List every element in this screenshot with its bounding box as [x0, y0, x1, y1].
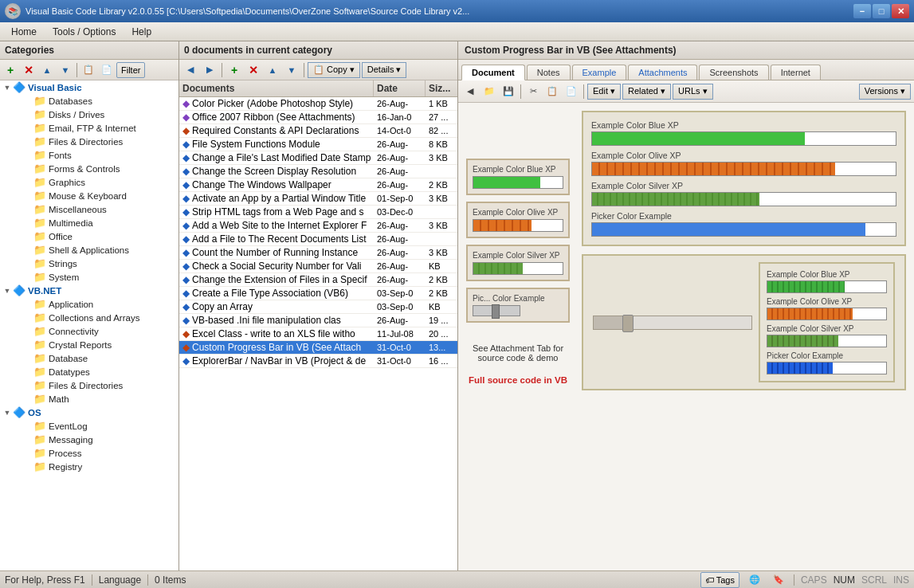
tree-item-math[interactable]: 📁 Math	[11, 392, 178, 406]
close-button[interactable]: ✕	[892, 4, 909, 18]
doc-row[interactable]: ◆ Required Constants & API Declarations …	[179, 124, 457, 138]
minimize-button[interactable]: −	[853, 4, 871, 18]
delete-category-button[interactable]: ✕	[20, 62, 37, 78]
doc-forward-button[interactable]: ▶	[201, 62, 218, 78]
copy-button[interactable]: 📋	[80, 62, 97, 78]
tree-root-vbnet[interactable]: ▼ 🔷 VB.NET	[0, 284, 178, 297]
tree-item-database[interactable]: 📁 Database	[11, 351, 178, 365]
tree-item-process[interactable]: 📁 Process	[11, 446, 178, 460]
doc-row[interactable]: ◆ Excel Class - write to an XLS file wit…	[179, 327, 457, 341]
doc-row[interactable]: ◆ Change a File's Last Modified Date Sta…	[179, 151, 457, 165]
menu-tools[interactable]: Tools / Options	[45, 25, 124, 39]
details-drop-button[interactable]: Details ▾	[362, 62, 407, 78]
tree-item-misc[interactable]: 📁 Miscellaneous	[11, 202, 178, 216]
tags-button[interactable]: 🏷 Tags	[700, 572, 739, 588]
restore-button[interactable]: □	[873, 4, 890, 18]
status-globe-button[interactable]: 🌐	[746, 572, 763, 588]
doc-row-date: 31-Oct-0	[374, 342, 426, 353]
doc-add-button[interactable]: +	[226, 62, 243, 78]
tree-item-files[interactable]: 📁 Files & Directories	[11, 135, 178, 148]
expander-vb[interactable]: ▼	[2, 82, 13, 93]
down-button[interactable]: ▼	[57, 62, 74, 78]
folder-collections-icon: 📁	[33, 312, 46, 323]
doc-row[interactable]: ◆ File System Functions Module 26-Aug- 8…	[179, 138, 457, 151]
doc-row[interactable]: ◆ Strip HTML tags from a Web Page and s …	[179, 206, 457, 219]
tree-item-crystal[interactable]: 📁 Crystal Reports	[11, 338, 178, 351]
doc-delete-button[interactable]: ✕	[245, 62, 262, 78]
urls-drop-button[interactable]: URLs ▾	[673, 84, 713, 100]
tree-item-multimedia[interactable]: 📁 Multimedia	[11, 216, 178, 229]
edit-drop-button[interactable]: Edit ▾	[587, 84, 621, 100]
tree-item-office[interactable]: 📁 Office	[11, 229, 178, 243]
rt-paste-button[interactable]: 📄	[563, 84, 580, 100]
doc-down-button[interactable]: ▼	[283, 62, 300, 78]
doc-row[interactable]: ◆ Color Picker (Adobe Photoshop Style) 2…	[179, 97, 457, 111]
related-drop-button[interactable]: Related ▾	[622, 84, 671, 100]
tree-item-email[interactable]: 📁 Email, FTP & Internet	[11, 121, 178, 135]
versions-drop-button[interactable]: Versions ▾	[859, 84, 911, 100]
tab-example[interactable]: Example	[572, 65, 627, 80]
expander-vbnet[interactable]: ▼	[2, 285, 13, 296]
tree-item-application[interactable]: 📁 Application	[11, 297, 178, 311]
tree-item-eventlog[interactable]: 📁 EventLog	[11, 419, 178, 433]
doc-back-button[interactable]: ◀	[182, 62, 199, 78]
filter-button[interactable]: Filter	[116, 62, 145, 78]
rt-copy-button[interactable]: 📋	[543, 84, 561, 100]
doc-up-button[interactable]: ▲	[264, 62, 281, 78]
tree-item-connectivity[interactable]: 📁 Connectivity	[11, 324, 178, 338]
rt-save-button[interactable]: 💾	[500, 84, 517, 100]
tree-item-files-net[interactable]: 📁 Files & Directories	[11, 378, 178, 392]
expander-os[interactable]: ▼	[2, 407, 13, 418]
tab-internet[interactable]: Internet	[771, 65, 821, 80]
doc-row-icon: ◆	[182, 125, 190, 136]
doc-row[interactable]: ◆ Check a Social Security Number for Val…	[179, 260, 457, 273]
right-panel-header: Custom Progress Bar in VB (See Attachmen…	[458, 41, 914, 60]
doc-row[interactable]: ◆ Change the Screen Display Resolution 2…	[179, 165, 457, 178]
doc-row[interactable]: ◆ Count the Number of Running Instance 2…	[179, 246, 457, 260]
doc-row[interactable]: ◆ Create a File Type Association (VB6) 0…	[179, 287, 457, 300]
tab-screenshots[interactable]: Screenshots	[699, 65, 768, 80]
tree-root-vb[interactable]: ▼ 🔷 Visual Basic	[0, 80, 178, 94]
tree-item-graphics[interactable]: 📁 Graphics	[11, 175, 178, 189]
tree-item-collections[interactable]: 📁 Collections and Arrays	[11, 311, 178, 324]
doc-row[interactable]: ◆ Change the Extension of Files in a Spe…	[179, 273, 457, 287]
doc-rows-container: ◆ Color Picker (Adobe Photoshop Style) 2…	[179, 97, 457, 368]
menu-help[interactable]: Help	[124, 25, 159, 39]
up-button[interactable]: ▲	[38, 62, 56, 78]
tab-attachments[interactable]: Attachments	[628, 65, 697, 80]
tree-item-registry[interactable]: 📁 Registry	[11, 460, 178, 473]
status-bookmark-button[interactable]: 🔖	[770, 572, 787, 588]
rt-folder-button[interactable]: 📁	[481, 84, 498, 100]
tree-item-messaging[interactable]: 📁 Messaging	[11, 433, 178, 446]
doc-row[interactable]: ◆ Add a File to The Recent Documents Lis…	[179, 233, 457, 246]
doc-row[interactable]: ◆ VB-based .Ini file manipulation clas 2…	[179, 314, 457, 327]
tree-item-strings[interactable]: 📁 Strings	[11, 257, 178, 270]
rt-back-button[interactable]: ◀	[461, 84, 479, 100]
doc-row[interactable]: ◆ Copy an Array 03-Sep-0 KB	[179, 300, 457, 314]
tree-item-system[interactable]: 📁 System	[11, 270, 178, 284]
doc-row-name: ◆ Add a File to The Recent Documents Lis…	[179, 233, 374, 245]
tab-notes[interactable]: Notes	[527, 65, 571, 80]
seg-row-picker: Picker Color Example	[767, 351, 887, 374]
copy-drop-button[interactable]: 📋 Copy ▾	[308, 62, 360, 78]
doc-row[interactable]: ◆ ExplorerBar / NavBar in VB (Project & …	[179, 355, 457, 368]
doc-row[interactable]: ◆ Custom Progress Bar in VB (See Attach …	[179, 341, 457, 355]
tree-item-databases[interactable]: 📁 Databases	[11, 94, 178, 108]
menu-home[interactable]: Home	[3, 25, 45, 39]
tab-document[interactable]: Document	[461, 65, 525, 80]
doc-row[interactable]: ◆ Office 2007 Ribbon (See Attachments) 1…	[179, 111, 457, 124]
tree-item-datatypes[interactable]: 📁 Datatypes	[11, 365, 178, 378]
tree-item-forms[interactable]: 📁 Forms & Controls	[11, 162, 178, 175]
rt-cut-button[interactable]: ✂	[524, 84, 542, 100]
doc-row[interactable]: ◆ Activate an App by a Partial Window Ti…	[179, 192, 457, 206]
tree-item-disks[interactable]: 📁 Disks / Drives	[11, 108, 178, 121]
tree-item-fonts[interactable]: 📁 Fonts	[11, 148, 178, 162]
doc-row[interactable]: ◆ Add a Web Site to the Internet Explore…	[179, 219, 457, 233]
doc-row[interactable]: ◆ Change The Windows Wallpaper 26-Aug- 2…	[179, 178, 457, 192]
paste-button[interactable]: 📄	[98, 62, 116, 78]
add-category-button[interactable]: +	[2, 62, 19, 78]
menu-bar: Home Tools / Options Help	[0, 22, 914, 41]
tree-item-mouse[interactable]: 📁 Mouse & Keyboard	[11, 189, 178, 202]
tree-item-shell[interactable]: 📁 Shell & Applications	[11, 243, 178, 257]
tree-root-os[interactable]: ▼ 🔷 OS	[0, 406, 178, 419]
